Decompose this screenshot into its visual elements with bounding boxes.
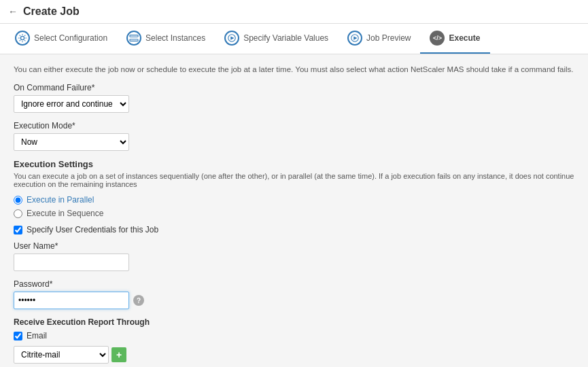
page-header: ← Create Job: [0, 0, 588, 24]
add-email-button[interactable]: +: [111, 347, 126, 362]
email-label: Email: [27, 331, 47, 340]
username-label: User Name*: [14, 241, 574, 251]
username-group: User Name* nsroot: [14, 241, 574, 271]
execution-settings-section: Execution Settings You can execute a job…: [14, 159, 574, 309]
on-command-failure-select[interactable]: Ignore error and continue Abort on failu…: [14, 95, 129, 113]
execution-mode-label: Execution Mode*: [14, 121, 574, 130]
execution-mode-group: Execution Mode* Now Schedule: [14, 121, 574, 151]
execution-settings-info: You can execute a job on a set of instan…: [14, 172, 574, 188]
select-instances-icon: [126, 31, 141, 46]
execution-mode-radio-group: Execute in Parallel Execute in Sequence: [14, 195, 574, 218]
execute-icon: </>: [430, 31, 445, 46]
email-select[interactable]: Citrite-mail Other: [14, 346, 109, 364]
on-command-failure-label: On Command Failure*: [14, 83, 574, 92]
tab-job-preview-label: Job Preview: [366, 33, 411, 43]
page-title: Create Job: [23, 5, 80, 18]
tab-select-instances[interactable]: Select Instances: [117, 24, 215, 54]
tab-select-configuration-label: Select Configuration: [34, 33, 107, 43]
receive-report-label: Receive Execution Report Through: [14, 317, 574, 327]
on-command-failure-group: On Command Failure* Ignore error and con…: [14, 83, 574, 113]
execute-in-parallel-radio-label[interactable]: Execute in Parallel: [14, 195, 574, 205]
password-group: Password* ?: [14, 279, 574, 309]
password-row: ?: [14, 292, 574, 309]
tab-job-preview[interactable]: Job Preview: [338, 24, 420, 54]
mail-select-row: Citrite-mail Other +: [14, 346, 574, 364]
specify-credentials-checkbox[interactable]: [14, 226, 22, 234]
execute-in-parallel-radio[interactable]: [14, 196, 22, 205]
execute-in-parallel-label: Execute in Parallel: [27, 195, 94, 205]
info-text: You can either execute the job now or sc…: [14, 65, 574, 73]
execute-in-sequence-label: Execute in Sequence: [27, 209, 103, 218]
select-configuration-icon: [15, 31, 30, 46]
svg-rect-2: [130, 39, 138, 41]
tabs-bar: Select Configuration Select Instances Sp…: [0, 24, 588, 54]
tab-execute[interactable]: </> Execute: [420, 24, 489, 54]
tab-select-configuration[interactable]: Select Configuration: [5, 24, 117, 54]
execution-settings-title: Execution Settings: [14, 159, 574, 169]
tab-execute-label: Execute: [449, 33, 480, 43]
email-checkbox[interactable]: [14, 332, 22, 340]
specify-variable-values-icon: [224, 31, 239, 46]
specify-credentials-checkbox-label[interactable]: Specify User Credentials for this Job: [14, 225, 574, 234]
svg-marker-4: [230, 36, 234, 39]
main-content: You can either execute the job now or sc…: [0, 54, 588, 367]
specify-credentials-label: Specify User Credentials for this Job: [27, 225, 158, 234]
svg-point-0: [20, 36, 24, 39]
help-icon[interactable]: ?: [133, 295, 144, 306]
username-input[interactable]: nsroot: [14, 254, 129, 271]
tab-specify-variable-values[interactable]: Specify Variable Values: [215, 24, 338, 54]
receive-report-section: Receive Execution Report Through Email C…: [14, 317, 574, 364]
tab-select-instances-label: Select Instances: [145, 33, 205, 43]
job-preview-icon: [347, 31, 362, 46]
back-arrow-icon[interactable]: ←: [8, 6, 18, 17]
tab-specify-variable-values-label: Specify Variable Values: [243, 33, 328, 43]
password-label: Password*: [14, 279, 574, 289]
execute-in-sequence-radio[interactable]: [14, 209, 22, 218]
email-checkbox-row: Email: [14, 331, 574, 340]
execute-in-sequence-radio-label[interactable]: Execute in Sequence: [14, 209, 574, 218]
svg-marker-6: [353, 36, 357, 39]
password-input[interactable]: [14, 292, 129, 309]
execution-mode-select[interactable]: Now Schedule: [14, 133, 129, 151]
svg-rect-1: [130, 35, 138, 37]
